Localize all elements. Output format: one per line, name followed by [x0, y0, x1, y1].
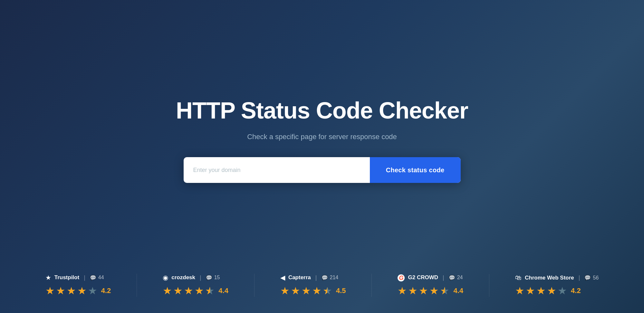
- stars: ★★★★★★: [280, 285, 332, 297]
- separator: |: [200, 274, 201, 281]
- star-full: ★: [77, 285, 87, 297]
- stars-row: ★★★★★★4.4: [163, 285, 228, 297]
- star-empty: ★: [88, 285, 97, 297]
- rating-item: ◉crozdesk|💬15★★★★★★4.4: [137, 274, 255, 297]
- rating-header: 🛍Chrome Web Store|💬56: [515, 274, 599, 281]
- review-count: 💬44: [90, 275, 104, 281]
- star-full: ★: [45, 285, 55, 297]
- star-full: ★: [408, 285, 418, 297]
- rating-item: GG2 CROWD|💬24★★★★★★4.4: [372, 274, 489, 297]
- star-full: ★: [173, 285, 183, 297]
- star-full: ★: [184, 285, 193, 297]
- review-count: 💬56: [584, 275, 599, 281]
- star-full: ★: [536, 285, 546, 297]
- stars: ★★★★★: [45, 285, 97, 297]
- star-full: ★: [302, 285, 311, 297]
- stars-row: ★★★★★4.2: [515, 285, 581, 297]
- rating-score: 4.5: [336, 287, 346, 295]
- comment-icon: 💬: [322, 275, 328, 281]
- hero-section: HTTP Status Code Checker Check a specifi…: [0, 0, 644, 274]
- review-count: 💬214: [322, 275, 339, 281]
- star-empty: ★: [558, 285, 567, 297]
- review-count: 💬15: [206, 275, 220, 281]
- separator: |: [84, 274, 85, 281]
- rating-header: ★Trustpilot|💬44: [45, 274, 104, 281]
- rating-header: GG2 CROWD|💬24: [398, 274, 463, 282]
- platform-icon: ★: [45, 274, 51, 281]
- star-full: ★: [515, 285, 524, 297]
- platform-name: G2 CROWD: [408, 274, 438, 281]
- star-full: ★: [419, 285, 428, 297]
- star-full: ★: [163, 285, 172, 297]
- star-full: ★: [291, 285, 300, 297]
- star-full: ★: [312, 285, 322, 297]
- comment-icon: 💬: [584, 275, 591, 281]
- comment-icon: 💬: [449, 275, 455, 281]
- star-half: ★★: [323, 285, 332, 297]
- page-subtitle: Check a specific page for server respons…: [247, 133, 397, 141]
- platform-icon: 🛍: [515, 274, 522, 281]
- rating-score: 4.2: [101, 287, 111, 295]
- rating-item: ◀Capterra|💬214★★★★★★4.5: [255, 274, 372, 297]
- platform-icon: ◉: [163, 274, 168, 281]
- rating-score: 4.4: [218, 287, 228, 295]
- platform-icon: ◀: [280, 274, 285, 281]
- star-full: ★: [398, 285, 407, 297]
- rating-score: 4.4: [453, 287, 463, 295]
- comment-icon: 💬: [90, 275, 96, 281]
- platform-icon: G: [398, 274, 405, 282]
- ratings-section: ★Trustpilot|💬44★★★★★4.2◉crozdesk|💬15★★★★…: [0, 274, 644, 313]
- review-count: 💬24: [449, 275, 463, 281]
- platform-name: Chrome Web Store: [525, 275, 574, 281]
- stars: ★★★★★★: [163, 285, 215, 297]
- platform-name: Capterra: [288, 274, 311, 281]
- search-form: Check status code: [184, 157, 461, 183]
- separator: |: [579, 274, 580, 281]
- star-full: ★: [547, 285, 556, 297]
- rating-item: 🛍Chrome Web Store|💬56★★★★★4.2: [489, 274, 624, 297]
- star-full: ★: [56, 285, 65, 297]
- page-title: HTTP Status Code Checker: [176, 97, 468, 124]
- star-full: ★: [429, 285, 439, 297]
- rating-score: 4.2: [571, 287, 581, 295]
- star-full: ★: [280, 285, 290, 297]
- rating-item: ★Trustpilot|💬44★★★★★4.2: [20, 274, 137, 297]
- star-half: ★★: [440, 285, 449, 297]
- star-half: ★★: [205, 285, 215, 297]
- rating-header: ◉crozdesk|💬15: [163, 274, 220, 281]
- rating-header: ◀Capterra|💬214: [280, 274, 338, 281]
- comment-icon: 💬: [206, 275, 212, 281]
- stars: ★★★★★: [515, 285, 567, 297]
- platform-name: crozdesk: [171, 274, 195, 281]
- domain-input[interactable]: [184, 157, 370, 183]
- platform-name: Trustpilot: [54, 274, 79, 281]
- star-full: ★: [195, 285, 204, 297]
- stars-row: ★★★★★★4.5: [280, 285, 346, 297]
- star-full: ★: [67, 285, 76, 297]
- star-full: ★: [526, 285, 535, 297]
- separator: |: [443, 274, 444, 281]
- stars-row: ★★★★★4.2: [45, 285, 111, 297]
- stars: ★★★★★★: [398, 285, 449, 297]
- separator: |: [315, 274, 317, 281]
- check-status-button[interactable]: Check status code: [370, 157, 461, 183]
- stars-row: ★★★★★★4.4: [398, 285, 463, 297]
